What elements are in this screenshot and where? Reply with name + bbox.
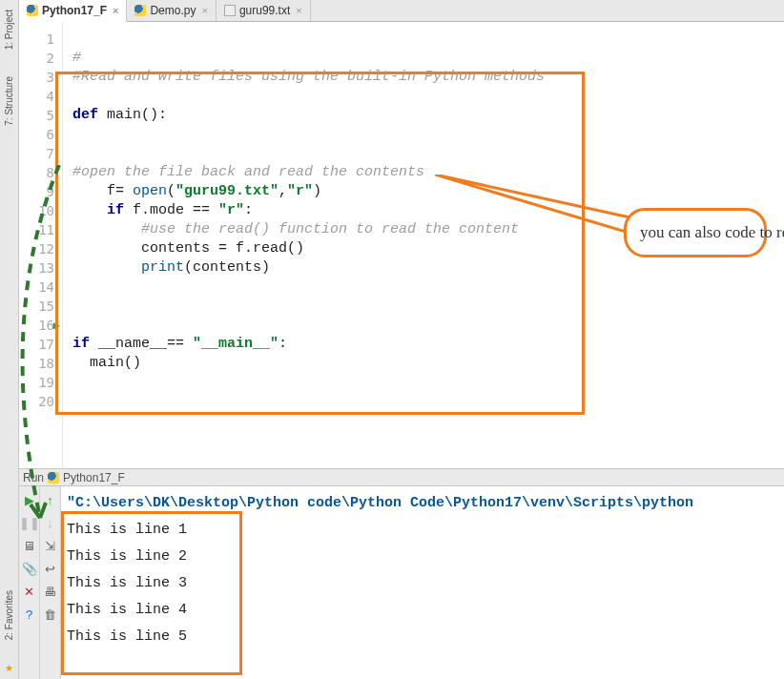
console-output[interactable]: "C:\Users\DK\Desktop\Python code\Python …	[61, 486, 784, 679]
editor-tab-guru99[interactable]: guru99.txt ×	[217, 0, 311, 21]
keyword: if	[107, 202, 124, 218]
line-gutter: 1234567891011121314151617181920▶	[19, 22, 63, 468]
editor-tab-bar: Python17_F × Demo.py × guru99.txt ×	[19, 0, 784, 22]
close-icon[interactable]: ×	[113, 5, 118, 16]
code-editor[interactable]: # #Read and write files using the built-…	[63, 22, 784, 468]
python-icon	[48, 472, 59, 484]
run-tool-column-right: ↑ ↓ ⇲ ↩ 🖶 🗑	[40, 486, 61, 679]
rail-tab-structure[interactable]: 7: Structure	[4, 72, 14, 130]
run-panel-header[interactable]: Run Python17_F	[19, 468, 784, 486]
close-icon[interactable]: ×	[296, 5, 301, 16]
rail-tab-project[interactable]: 1: Project	[4, 6, 14, 53]
debug-icon[interactable]: 🖥	[22, 538, 37, 553]
keyword: if	[72, 336, 90, 352]
close-icon[interactable]: ×	[201, 5, 207, 16]
main-area: Python17_F × Demo.py × guru99.txt × 1234…	[19, 0, 784, 679]
print-icon[interactable]: 🖶	[43, 584, 58, 599]
star-icon: ★	[5, 663, 13, 679]
tab-label: guru99.txt	[239, 4, 290, 17]
python-icon	[134, 5, 146, 16]
help-icon[interactable]: ?	[22, 607, 37, 622]
trash-icon[interactable]: 🗑	[43, 607, 58, 622]
left-tool-rail: 1: Project 7: Structure 2: Favorites ★	[0, 0, 19, 679]
console-line: This is line 5	[67, 624, 778, 650]
editor-tab-demo[interactable]: Demo.py ×	[127, 0, 216, 21]
step-up-icon[interactable]: ↑	[43, 492, 58, 507]
pause-icon[interactable]: ❚❚	[22, 515, 37, 530]
run-target: Python17_F	[63, 471, 125, 484]
run-icon[interactable]: ▶	[22, 492, 37, 507]
console-line: This is line 4	[67, 597, 778, 624]
run-gutter-icon[interactable]: ▶	[53, 316, 60, 335]
stop-x-icon[interactable]: ✕	[22, 584, 37, 599]
step-down-icon[interactable]: ↓	[43, 515, 58, 530]
code-comment: #	[72, 50, 81, 66]
console-command: "C:\Users\DK\Desktop\Python code\Python …	[67, 490, 778, 517]
annotation-callout: you can also code to read the content of…	[624, 208, 767, 257]
editor-tab-python17[interactable]: Python17_F ×	[19, 0, 127, 22]
run-label: Run	[23, 471, 44, 484]
export-icon[interactable]: ⇲	[43, 538, 58, 553]
text-file-icon	[224, 5, 236, 16]
code-comment: #open the file back and read the content…	[72, 164, 424, 180]
python-icon	[27, 5, 38, 16]
wrap-icon[interactable]: ↩	[43, 561, 58, 576]
attach-icon[interactable]: 📎	[22, 561, 37, 576]
ide-root: 1: Project 7: Structure 2: Favorites ★ P…	[0, 0, 784, 679]
code-comment: #use the read() function to read the con…	[141, 221, 519, 237]
console-line: This is line 2	[67, 544, 778, 570]
keyword: def	[72, 107, 98, 123]
console-line: This is line 1	[67, 517, 778, 544]
console-line: This is line 3	[67, 570, 778, 597]
code-comment: #Read and write files using the built-in…	[72, 69, 545, 85]
console-area: ▶ ❚❚ 🖥 📎 ✕ ? ↑ ↓ ⇲ ↩ 🖶 🗑 "C:\Users\DK\De…	[19, 486, 784, 679]
run-tool-column-left: ▶ ❚❚ 🖥 📎 ✕ ?	[19, 486, 40, 679]
tab-label: Demo.py	[150, 4, 196, 17]
rail-tab-favorites[interactable]: 2: Favorites	[4, 586, 14, 644]
tab-label: Python17_F	[42, 4, 107, 17]
editor-area[interactable]: 1234567891011121314151617181920▶ # #Read…	[19, 22, 784, 468]
